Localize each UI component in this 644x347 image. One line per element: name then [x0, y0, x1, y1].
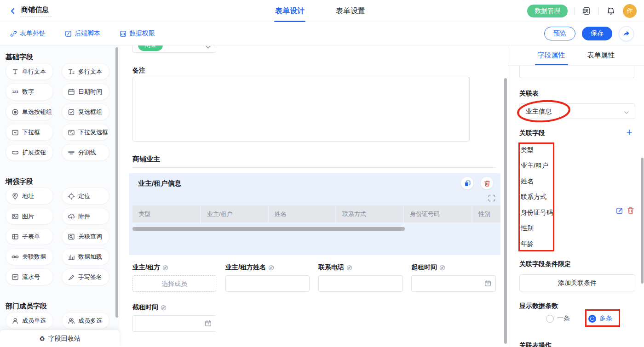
field-pill-attachment[interactable]: 附件	[62, 208, 109, 225]
backend-script-link[interactable]: 后端脚本	[65, 29, 100, 38]
properties-tabs: 字段属性 表单属性	[508, 46, 644, 66]
tab-form-settings[interactable]: 表单设置	[336, 0, 365, 22]
field-pill-locate[interactable]: 定位	[62, 188, 109, 205]
add-field-button[interactable]: +	[625, 127, 634, 137]
share-button[interactable]	[619, 26, 634, 41]
script-icon	[65, 30, 72, 37]
field-pill-serial[interactable]: 流水号	[6, 268, 53, 285]
remark-textarea[interactable]	[132, 77, 470, 142]
expand-icon[interactable]	[488, 194, 495, 202]
sidebar-scrollbar[interactable]	[115, 47, 118, 318]
field-pill-single-line-text[interactable]: 单行文本	[6, 63, 53, 80]
trash-icon	[484, 180, 490, 187]
field-pill-radio-group[interactable]: 单选按钮组	[6, 103, 53, 120]
radio-single[interactable]: 一条	[546, 314, 570, 323]
related-field-item[interactable]: 类型	[521, 142, 553, 158]
field-pill-dropdown-multi[interactable]: 下拉复选框	[62, 124, 109, 141]
field-pill-linked-query[interactable]: 关联查询	[62, 228, 109, 245]
preview-button[interactable]: 预览	[544, 27, 575, 40]
form-external-link[interactable]: 表单外链	[10, 29, 46, 38]
related-field-item[interactable]: 业主/租户	[521, 158, 553, 173]
related-field-item[interactable]: 身份证号码	[521, 205, 553, 220]
field-pill-member-multi[interactable]: 成员多选	[62, 312, 109, 329]
field-pill-datetime[interactable]: 日期时间	[62, 83, 109, 100]
column-header: 业主/租户	[201, 205, 268, 222]
field-recycle-bin[interactable]: ♻ 字段回收站	[0, 330, 120, 347]
signature-icon	[68, 273, 75, 281]
field-pill-button[interactable]: 扩展按钮	[6, 144, 53, 161]
delete-subform-button[interactable]	[481, 177, 493, 189]
related-field-item[interactable]: 年龄	[521, 236, 553, 251]
column-header: 类型	[132, 205, 200, 222]
section-title-enhanced: 增强字段	[6, 170, 120, 182]
field-lease-end: 截租时间 7	[132, 303, 216, 332]
related-table-select[interactable]: 业主信息	[519, 103, 635, 119]
back-button[interactable]	[7, 6, 18, 17]
related-fields-actions	[616, 207, 634, 215]
related-field-item[interactable]: 联系方式	[521, 189, 553, 205]
copy-subform-button[interactable]	[461, 177, 473, 189]
recycle-icon: ♻	[39, 335, 45, 342]
phone-input[interactable]	[318, 275, 403, 292]
field-pill-linked-data[interactable]: 关联数据	[6, 248, 53, 265]
linked-data-icon	[12, 253, 19, 261]
basic-fields-grid: 单行文本 多行文本 123数字 日期时间 单选按钮组 复选框组 下拉框 下拉复选…	[6, 63, 120, 161]
tab-form-design[interactable]: 表单设计	[275, 0, 305, 22]
contacts-button[interactable]	[581, 6, 592, 17]
notifications-button[interactable]	[605, 6, 616, 17]
page-title[interactable]: 商铺信息	[20, 5, 52, 17]
dropdown-multi-icon	[68, 129, 75, 136]
field-pill-multi-line-text[interactable]: 多行文本	[62, 63, 109, 80]
related-field-item[interactable]: 姓名	[521, 173, 553, 189]
radio-selected-icon	[588, 315, 596, 323]
shop-owner-section-title: 商铺业主	[132, 155, 160, 164]
eye-off-icon	[162, 265, 168, 271]
subform-horizontal-scrollbar[interactable]	[132, 227, 405, 231]
owner-tenant-subform[interactable]: 业主/租户信息 类型 业主/租户 姓名 联系方式 身份证号码 性别	[129, 173, 500, 255]
data-manage-button[interactable]: 数据管理	[527, 5, 568, 17]
field-pill-number[interactable]: 123数字	[6, 83, 53, 100]
save-button[interactable]: 保存	[582, 27, 612, 40]
add-condition-button[interactable]: 添加关联条件	[519, 274, 635, 291]
canvas-scrollbar[interactable]	[504, 78, 507, 344]
data-permission-link[interactable]: 数据权限	[120, 29, 155, 38]
section-title-members: 部门成员字段	[6, 295, 120, 307]
data-load-icon	[68, 253, 75, 261]
window-scrollbar[interactable]	[641, 158, 644, 284]
delete-fields-button[interactable]	[627, 207, 634, 215]
multi-line-text-icon	[68, 68, 75, 75]
field-pill-checkbox-group[interactable]: 复选框组	[62, 103, 109, 120]
lease-end-input[interactable]	[132, 315, 216, 332]
field-pill-data-load[interactable]: 数据加载	[62, 248, 109, 265]
field-pill-dropdown[interactable]: 下拉框	[6, 124, 53, 141]
properties-panel: 字段属性 表单属性 关联表 业主信息 关联字段 + 类型 业主/租户 姓名 联系…	[508, 46, 644, 347]
related-field-item[interactable]: 性别	[521, 220, 553, 236]
datetime-icon	[68, 88, 75, 96]
status-select[interactable]: 闲置	[132, 46, 216, 53]
single-line-text-icon	[12, 68, 19, 75]
properties-content: 关联表 业主信息 关联字段 + 类型 业主/租户 姓名 联系方式 身份证号码 性…	[508, 66, 644, 347]
field-pill-image[interactable]: 图片	[6, 208, 53, 225]
field-pill-address[interactable]: 地址	[6, 188, 53, 205]
user-avatar[interactable]: 作	[623, 4, 637, 18]
header-tabs: 表单设计 表单设置	[275, 0, 365, 22]
radio-multiple[interactable]: 多条	[588, 314, 612, 323]
field-pill-member-single[interactable]: 成员单选	[6, 312, 53, 329]
owner-name-input[interactable]	[225, 275, 310, 292]
partial-input[interactable]	[519, 66, 634, 78]
member-picker-input[interactable]	[132, 275, 216, 292]
field-pill-signature[interactable]: 手写签名	[62, 268, 109, 285]
tab-form-properties[interactable]: 表单属性	[587, 46, 615, 65]
number-icon: 123	[12, 88, 19, 96]
subform-columns: 类型 业主/租户 姓名 联系方式 身份证号码 性别	[132, 205, 500, 222]
field-lease-start: 起租时间 7	[411, 263, 496, 292]
column-header: 身份证号码	[404, 205, 472, 222]
edit-fields-button[interactable]	[616, 207, 624, 215]
permission-icon	[120, 30, 126, 37]
related-table-label: 关联表	[519, 90, 539, 98]
field-pill-subform[interactable]: 子表单	[6, 228, 53, 245]
tab-field-properties[interactable]: 字段属性	[538, 46, 565, 65]
column-header: 姓名	[269, 205, 335, 222]
field-pill-divider[interactable]: 分割线	[62, 144, 109, 161]
lease-start-input[interactable]	[411, 275, 496, 292]
